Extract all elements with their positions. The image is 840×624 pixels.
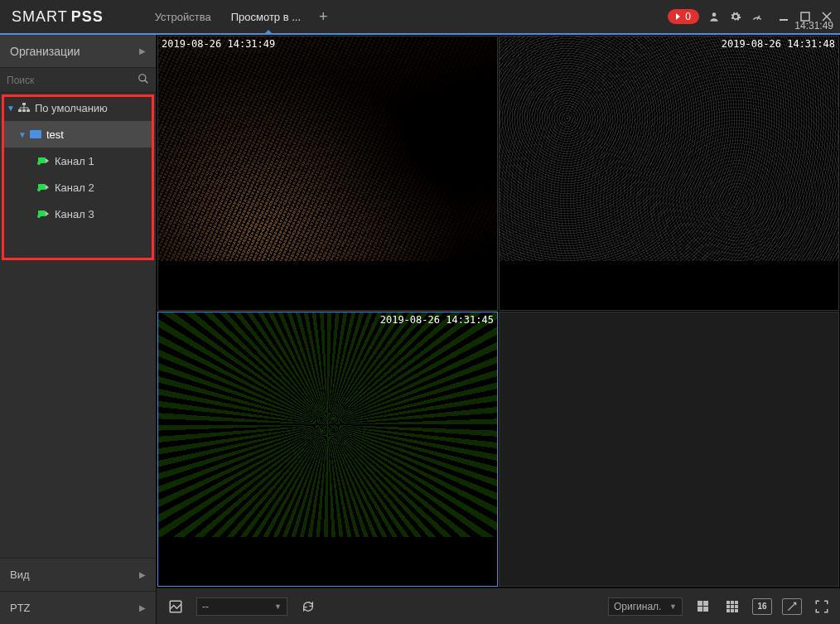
search-input[interactable] — [7, 75, 138, 86]
alert-count: 0 — [685, 11, 691, 22]
tab-devices[interactable]: Устройства — [145, 0, 221, 33]
chevron-down-icon: ▼ — [274, 602, 282, 611]
logo-text-thin: SMART — [12, 8, 68, 26]
sidebar-section-organizations[interactable]: Организации ▶ — [0, 35, 156, 68]
aspect-combo[interactable]: Оригинал. ▼ — [608, 597, 683, 616]
alert-badge[interactable]: 0 — [668, 9, 699, 24]
video-grid: 2019-08-26 14:31:49 2019-08-26 14:31:48 … — [157, 35, 840, 588]
sidebar-ptz-label: PTZ — [10, 602, 31, 614]
video-cell-2[interactable]: 2019-08-26 14:31:48 — [499, 36, 839, 311]
chevron-right-icon: ▶ — [139, 603, 146, 612]
sidebar-section-label: Организации — [10, 45, 80, 58]
caret-down-icon: ▼ — [7, 104, 15, 113]
device-tree: ▼ По умолчанию ▼ test Канал 1 — [0, 93, 156, 558]
tree-channel-1[interactable]: Канал 1 — [2, 148, 154, 174]
svg-point-0 — [712, 12, 717, 17]
layout-custom-button[interactable] — [782, 598, 802, 615]
sidebar-view-panel[interactable]: Вид ▶ — [0, 558, 156, 591]
tree-device-test[interactable]: ▼ test — [2, 121, 154, 148]
camera-icon — [38, 157, 50, 165]
speaker-icon — [676, 13, 680, 20]
camera-icon — [38, 210, 50, 218]
video-cell-1[interactable]: 2019-08-26 14:31:49 — [157, 36, 498, 311]
timestamp-overlay: 2019-08-26 14:31:49 — [162, 38, 275, 50]
tree-root-default[interactable]: ▼ По умолчанию — [2, 94, 154, 121]
svg-rect-11 — [27, 109, 30, 112]
tree-channel-2[interactable]: Канал 2 — [2, 174, 154, 201]
sitemap-icon — [18, 103, 30, 113]
tree-root-label: По умолчанию — [35, 102, 108, 114]
stream-combo-value: -- — [202, 601, 209, 612]
video-toolbar: -- ▼ Оригинал. ▼ 16 — [157, 588, 840, 624]
timestamp-overlay: 2019-08-26 14:31:45 — [380, 314, 494, 326]
sidebar-view-label: Вид — [10, 568, 30, 581]
chevron-right-icon: ▶ — [139, 570, 146, 579]
chevron-right-icon: ▶ — [139, 46, 146, 56]
svg-point-6 — [139, 75, 146, 81]
svg-rect-10 — [22, 109, 26, 112]
main-tabs: Устройства Просмотр в ... + — [145, 0, 336, 33]
svg-line-7 — [145, 80, 148, 84]
sidebar-search — [0, 68, 156, 93]
fullscreen-button[interactable] — [812, 598, 832, 615]
gear-icon[interactable] — [729, 10, 742, 23]
tree-channel-label: Канал 2 — [55, 181, 94, 194]
tab-devices-label: Устройства — [155, 11, 211, 23]
app-logo: SMART PSS — [7, 8, 104, 26]
user-icon[interactable] — [707, 10, 721, 23]
sidebar: Организации ▶ ▼ По умолчанию — [0, 35, 157, 624]
tree-device-label: test — [46, 128, 64, 141]
svg-rect-9 — [18, 109, 22, 112]
layout-4-button[interactable] — [693, 598, 712, 615]
search-icon[interactable] — [138, 73, 149, 87]
refresh-button[interactable] — [297, 596, 319, 617]
sidebar-ptz-panel[interactable]: PTZ ▶ — [0, 591, 156, 624]
timestamp-overlay: 2019-08-26 14:31:48 — [722, 38, 835, 50]
stream-combo[interactable]: -- ▼ — [196, 597, 287, 616]
tab-add-button[interactable]: + — [311, 8, 336, 26]
title-bar: SMART PSS Устройства Просмотр в ... + 0 — [0, 0, 840, 33]
svg-rect-8 — [22, 103, 26, 105]
aspect-combo-value: Оригинал. — [614, 601, 661, 612]
device-icon — [30, 130, 41, 138]
gauge-icon[interactable] — [751, 10, 764, 23]
tree-channel-label: Канал 1 — [55, 155, 94, 167]
video-cell-3[interactable]: 2019-08-26 14:31:45 — [157, 312, 498, 587]
tree-channel-3[interactable]: Канал 3 — [2, 201, 154, 227]
clock: 14:31:49 — [794, 20, 833, 31]
chevron-down-icon: ▼ — [669, 602, 677, 611]
snapshot-button[interactable] — [165, 596, 186, 617]
tab-liveview-label: Просмотр в ... — [231, 11, 301, 23]
logo-text-bold: PSS — [71, 8, 104, 26]
camera-icon — [38, 183, 50, 191]
tree-channel-label: Канал 3 — [55, 208, 94, 220]
tab-liveview[interactable]: Просмотр в ... — [221, 0, 311, 33]
video-cell-4[interactable] — [499, 312, 839, 587]
layout-16-button[interactable]: 16 — [752, 598, 772, 615]
layout-16-label: 16 — [757, 602, 766, 611]
minimize-button[interactable] — [777, 10, 790, 23]
layout-9-button[interactable] — [722, 598, 742, 615]
caret-down-icon: ▼ — [18, 130, 27, 139]
